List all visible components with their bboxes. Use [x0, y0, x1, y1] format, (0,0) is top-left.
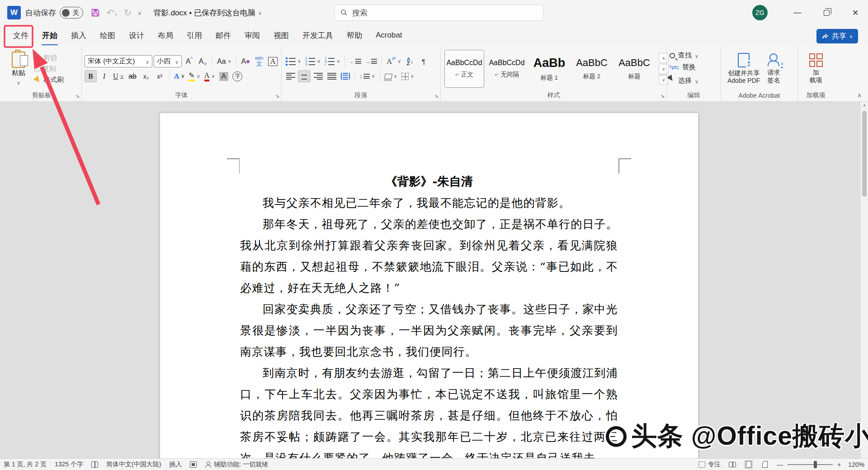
tab-help[interactable]: 帮助 [340, 26, 369, 45]
tab-draw[interactable]: 绘图 [93, 26, 122, 45]
proofing-status-icon[interactable] [91, 461, 98, 468]
font-dialog-launcher-icon[interactable]: ⇘ [275, 93, 279, 99]
shrink-font-button[interactable]: A∨ [197, 55, 209, 67]
line-spacing-button[interactable]: ↕ [358, 70, 377, 82]
shading-button[interactable] [383, 70, 399, 82]
read-mode-button[interactable] [728, 460, 737, 469]
font-size-combo[interactable]: 小四 [154, 55, 182, 67]
tab-file[interactable]: 文件 [6, 26, 35, 45]
select-button[interactable]: 选择 [670, 75, 698, 86]
numbering-button[interactable]: 123 [304, 55, 322, 67]
character-shading-button[interactable]: A [217, 70, 230, 82]
align-center-button[interactable] [298, 70, 311, 82]
minimize-button[interactable]: — [785, 0, 810, 25]
clear-formatting-button[interactable]: A◆ [240, 55, 252, 67]
paste-button[interactable]: 粘贴 [5, 48, 33, 90]
zoom-in-icon[interactable]: + [837, 461, 841, 468]
justify-button[interactable] [326, 70, 338, 82]
paragraph-dialog-launcher-icon[interactable]: ⇘ [434, 93, 439, 99]
tab-layout[interactable]: 布局 [151, 26, 180, 45]
tab-review[interactable]: 审阅 [238, 26, 267, 45]
word-count[interactable]: 1325 个字 [55, 461, 83, 469]
search-input[interactable]: 搜索 [335, 5, 543, 21]
style-card-normal[interactable]: AaBbCcDd ↵ 正文 [444, 50, 484, 88]
close-button[interactable]: ✕ [843, 0, 868, 25]
asian-layout-button[interactable]: A⇄ [385, 55, 402, 67]
font-color-button[interactable]: A [203, 70, 217, 82]
scrollbar-thumb[interactable] [862, 111, 867, 197]
change-case-button[interactable]: Aa [216, 55, 233, 67]
macro-record-icon[interactable] [190, 461, 197, 468]
highlight-color-button[interactable]: ✎ [187, 70, 201, 82]
copy-button[interactable]: 复制 [34, 65, 64, 73]
increase-indent-button[interactable]: → [364, 55, 378, 67]
styles-dialog-launcher-icon[interactable]: ⇘ [660, 93, 665, 99]
character-border-button[interactable]: A [267, 55, 279, 67]
addins-button[interactable]: 加载项 [806, 48, 826, 90]
grow-font-button[interactable]: A^ [183, 55, 195, 67]
zoom-thumb[interactable] [814, 461, 817, 468]
zoom-track[interactable] [788, 464, 833, 465]
distributed-button[interactable] [339, 70, 351, 82]
tab-mailings[interactable]: 邮件 [209, 26, 238, 45]
account-avatar[interactable]: ZG [752, 5, 768, 20]
bullets-button[interactable] [284, 55, 302, 67]
tab-design[interactable]: 设计 [122, 26, 151, 45]
accessibility-status[interactable]: 辅助功能: 一切就绪 [205, 461, 268, 469]
text-effects-button[interactable]: A [173, 70, 186, 82]
subscript-button[interactable]: x₂ [140, 70, 152, 82]
decrease-indent-button[interactable]: ← [348, 55, 363, 67]
style-card-title[interactable]: AaBbC 标题 [614, 50, 654, 88]
find-button[interactable]: 查找 [670, 51, 698, 60]
clipboard-dialog-launcher-icon[interactable]: ⇘ [75, 93, 80, 99]
superscript-button[interactable]: x² [154, 70, 166, 82]
request-signature-button[interactable]: x 请求签名 [764, 48, 783, 90]
sort-button[interactable]: AZ↓ [404, 55, 416, 67]
collapse-ribbon-icon[interactable]: ∧ [857, 92, 862, 99]
format-painter-button[interactable]: 格式刷 [34, 76, 64, 84]
tab-developer[interactable]: 开发工具 [296, 26, 340, 45]
tab-references[interactable]: 引用 [180, 26, 209, 45]
word-logo-icon[interactable]: W [7, 6, 21, 19]
tab-view[interactable]: 视图 [267, 26, 296, 45]
align-right-button[interactable] [312, 70, 324, 82]
page-indicator[interactable]: 第 1 页, 共 2 页 [4, 461, 47, 469]
font-name-combo[interactable]: 宋体 (中文正文) [85, 55, 152, 67]
style-card-no-spacing[interactable]: AaBbCcDd ↵ 无间隔 [487, 50, 527, 88]
web-layout-button[interactable] [760, 460, 769, 469]
zoom-level[interactable]: 120% [848, 461, 864, 468]
autosave-toggle[interactable]: 关 [60, 7, 83, 19]
cut-button[interactable]: 剪切 [34, 54, 64, 62]
undo-icon[interactable]: ↶∨ [107, 7, 118, 18]
create-share-pdf-button[interactable]: 创建并共享Adobe PDF [724, 48, 764, 90]
print-layout-button[interactable] [744, 460, 753, 469]
italic-button[interactable]: I [98, 70, 110, 82]
document-page[interactable]: 《背影》-朱自清 我与父亲不相见已二年余了，我最不能忘记的是他的背影。 那年冬天… [160, 113, 698, 458]
focus-mode-button[interactable]: 专注 [698, 461, 721, 469]
restore-button[interactable] [814, 0, 839, 25]
replace-button[interactable]: ᵇ⇄c替换 [670, 63, 698, 71]
style-card-heading2[interactable]: AaBbC 标题 2 [572, 50, 612, 88]
document-title[interactable]: 背影.docx • 已保存到这台电脑 [153, 8, 262, 18]
underline-button[interactable]: U [112, 70, 125, 82]
customize-qat-icon[interactable] [138, 9, 142, 17]
scroll-up-icon[interactable]: ∧ [861, 103, 868, 108]
enclose-characters-button[interactable]: 字 [231, 70, 244, 82]
document-body[interactable]: 《背影》-朱自清 我与父亲不相见已二年余了，我最不能忘记的是他的背影。 那年冬天… [240, 171, 618, 458]
show-marks-button[interactable]: ¶ [417, 55, 429, 67]
redo-icon[interactable]: ↻ [124, 7, 132, 18]
share-button[interactable]: 共享 ∨ [816, 29, 858, 43]
bold-button[interactable]: B [85, 70, 97, 82]
zoom-out-icon[interactable]: — [777, 461, 783, 468]
tab-insert[interactable]: 插入 [64, 26, 93, 45]
insert-mode-indicator[interactable]: 插入 [169, 461, 182, 469]
tab-home[interactable]: 开始 [35, 26, 64, 45]
multilevel-list-button[interactable]: 1ai [323, 55, 341, 67]
style-card-heading1[interactable]: AaBb 标题 1 [529, 50, 569, 88]
language-indicator[interactable]: 简体中文(中国大陆) [106, 461, 161, 469]
autosave-control[interactable]: 自动保存 关 [25, 7, 83, 19]
strikethrough-button[interactable]: ab [127, 70, 139, 82]
zoom-slider[interactable]: — + [777, 461, 841, 468]
phonetic-guide-button[interactable]: wén文 [253, 55, 265, 67]
vertical-scrollbar[interactable]: ∧ [860, 102, 868, 458]
